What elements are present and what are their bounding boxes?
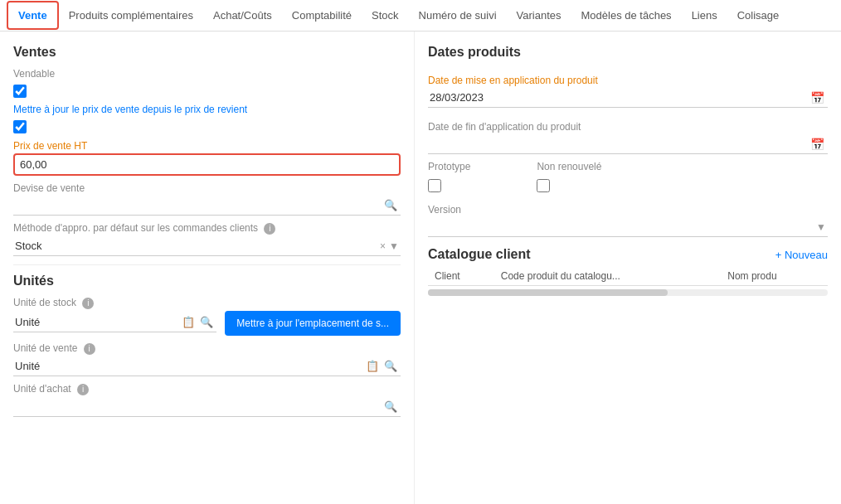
unites-title: Unités (13, 274, 401, 288)
tab-achat-couts[interactable]: Achat/Coûts (203, 2, 282, 28)
col-code: Code produit du catalogu... (494, 267, 721, 286)
tab-vente[interactable]: Vente (7, 1, 59, 30)
dates-title: Dates produits (428, 45, 828, 60)
tab-colisage[interactable]: Colisage (727, 2, 790, 28)
tab-modeles-taches[interactable]: Modèles de tâches (571, 2, 682, 28)
methode-arrow-icon[interactable]: ▼ (387, 240, 401, 252)
prototype-nonrenouvele-row: Prototype Non renouvelé (428, 161, 828, 197)
col-client: Client (428, 267, 494, 286)
unite-stock-field-wrap: 📋 🔍 (13, 313, 216, 332)
date-fin-input[interactable] (428, 134, 807, 153)
ventes-title: Ventes (13, 45, 401, 60)
unite-stock-label: Unité de stock i (13, 297, 401, 309)
methode-select[interactable]: Stock (13, 236, 378, 255)
tab-variantes[interactable]: Variantes (507, 2, 571, 28)
prototype-checkbox[interactable] (428, 179, 441, 192)
unite-achat-label: Unité d'achat i (13, 383, 401, 395)
update-location-button[interactable]: Mettre à jour l'emplacement de s... (225, 311, 401, 336)
unite-vente-copy-icon[interactable]: 📋 (364, 360, 381, 372)
left-panel: Ventes Vendable Mettre à jour le prix de… (0, 32, 415, 504)
non-renouvele-checkbox[interactable] (537, 179, 550, 192)
methode-label: Méthode d'appro. par défaut sur les comm… (13, 222, 401, 235)
tab-liens[interactable]: Liens (682, 2, 727, 28)
version-select[interactable] (428, 217, 814, 236)
date-fin-label: Date de fin d'application du produit (428, 121, 828, 133)
vendable-checkbox[interactable] (13, 85, 27, 98)
unite-vente-field-wrap: 📋 🔍 (13, 356, 401, 376)
update-price-link[interactable]: Mettre à jour le prix de vente depuis le… (13, 104, 247, 115)
non-renouvele-col: Non renouvelé (537, 161, 601, 197)
methode-info-icon: i (264, 223, 275, 235)
unite-achat-input[interactable] (13, 397, 381, 416)
version-label: Version (428, 204, 828, 216)
date-application-field: Date de mise en application du produit 📅 (428, 68, 828, 108)
unite-stock-search-icon[interactable]: 🔍 (197, 316, 216, 328)
tab-numero-suivi[interactable]: Numéro de suivi (409, 2, 507, 28)
col-nom: Nom produ (721, 267, 828, 286)
catalogue-table: Client Code produit du catalogu... Nom p… (428, 267, 828, 286)
unite-vente-search-icon[interactable]: 🔍 (381, 360, 401, 372)
catalogue-title: Catalogue client (428, 247, 531, 262)
devise-field-wrap: 🔍 (13, 196, 401, 216)
vendable-label: Vendable (13, 68, 401, 80)
methode-clear-icon[interactable]: × (378, 240, 387, 252)
date-fin-field: Date de fin d'application du produit 📅 (428, 114, 828, 154)
prix-vente-label: Prix de vente HT (13, 140, 401, 152)
devise-label: Devise de vente (13, 182, 401, 194)
prototype-label: Prototype (428, 161, 470, 172)
date-application-input[interactable] (428, 88, 807, 107)
update-price-checkbox-wrap (13, 120, 401, 133)
catalogue-scrollbar-thumb (428, 289, 668, 296)
vendable-checkbox-wrap (13, 85, 401, 98)
update-price-checkbox[interactable] (13, 120, 27, 133)
date-application-input-wrap: 📅 (428, 88, 828, 108)
catalogue-scrollbar[interactable] (428, 289, 828, 296)
tab-produits-complementaires[interactable]: Produits complémentaires (59, 2, 203, 28)
unite-stock-input[interactable] (13, 313, 180, 332)
catalogue-header: Catalogue client + Nouveau (428, 247, 828, 262)
date-application-calendar-icon[interactable]: 📅 (807, 91, 828, 104)
methode-select-wrap: Stock × ▼ (13, 236, 401, 256)
non-renouvele-checkbox-wrap (537, 179, 601, 192)
tab-stock[interactable]: Stock (362, 2, 409, 28)
prix-vente-input[interactable] (18, 157, 396, 172)
date-fin-input-wrap: 📅 (428, 134, 828, 154)
version-arrow-icon[interactable]: ▼ (814, 221, 828, 233)
right-panel: Dates produits Date de mise en applicati… (415, 32, 841, 504)
unite-stock-copy-icon[interactable]: 📋 (180, 316, 197, 328)
date-application-label: Date de mise en application du produit (428, 75, 828, 86)
tab-comptabilite[interactable]: Comptabilité (282, 2, 362, 28)
prix-vente-field-wrap (13, 153, 401, 176)
devise-search-icon[interactable]: 🔍 (381, 199, 401, 211)
tabs-bar: Vente Produits complémentaires Achat/Coû… (0, 0, 841, 32)
unite-vente-label: Unité de vente i (13, 342, 401, 355)
non-renouvele-label: Non renouvelé (537, 161, 601, 172)
unite-achat-info-icon: i (77, 384, 89, 395)
unite-stock-row: 📋 🔍 Mettre à jour l'emplacement de s... (13, 311, 401, 336)
version-select-wrap: ▼ (428, 217, 828, 237)
prototype-col: Prototype (428, 161, 470, 197)
unite-stock-info-icon: i (82, 298, 94, 309)
unite-vente-input[interactable] (13, 356, 364, 376)
unite-achat-search-icon[interactable]: 🔍 (381, 400, 401, 413)
date-fin-calendar-icon[interactable]: 📅 (807, 138, 828, 151)
unite-achat-field-wrap: 🔍 (13, 397, 401, 417)
main-content: Ventes Vendable Mettre à jour le prix de… (0, 32, 841, 504)
unite-vente-info-icon: i (84, 343, 95, 355)
nouveau-link[interactable]: + Nouveau (775, 249, 828, 261)
prototype-checkbox-wrap (428, 179, 470, 192)
devise-input[interactable] (13, 196, 381, 215)
